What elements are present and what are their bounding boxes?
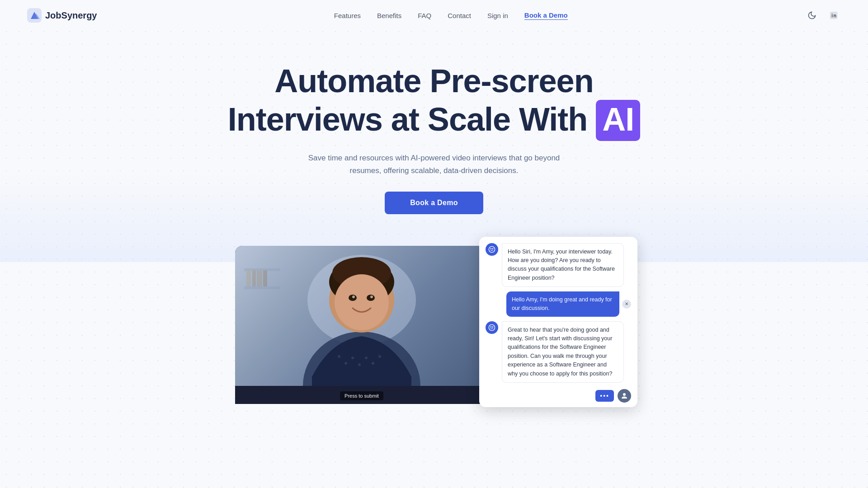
- navbar: JobSynergy Features Benefits FAQ Contact…: [0, 0, 868, 31]
- ai-message-1: Hello Siri, I'm Amy, your interviewer to…: [486, 243, 631, 287]
- svg-point-20: [370, 296, 373, 298]
- video-bg: [235, 246, 488, 386]
- logo-text: JobSynergy: [45, 10, 97, 21]
- svg-point-31: [491, 326, 492, 328]
- hero-title-line2: Interviews at Scale With AI: [9, 100, 859, 141]
- ai-message-2: Great to hear that you're doing good and…: [486, 321, 631, 383]
- svg-point-14: [365, 357, 368, 359]
- svg-point-33: [623, 393, 626, 396]
- svg-rect-23: [246, 270, 251, 286]
- hero-section: Automate Pre-screen Interviews at Scale …: [0, 31, 868, 232]
- svg-point-12: [351, 357, 354, 359]
- svg-point-13: [358, 363, 361, 366]
- bg-shelf: [240, 250, 330, 332]
- logo[interactable]: JobSynergy: [27, 8, 97, 23]
- svg-rect-3: [830, 12, 838, 19]
- nav-contact[interactable]: Contact: [448, 12, 471, 19]
- svg-point-32: [492, 326, 494, 328]
- user-icon: [620, 392, 628, 400]
- dark-mode-toggle[interactable]: [805, 8, 819, 23]
- nav-features[interactable]: Features: [334, 12, 361, 19]
- nav-book-demo[interactable]: Book a Demo: [524, 11, 568, 20]
- svg-rect-24: [252, 270, 256, 286]
- svg-rect-22: [244, 286, 280, 289]
- svg-point-9: [335, 274, 389, 330]
- close-button[interactable]: ✕: [622, 300, 631, 309]
- ai-avatar-1: [486, 243, 498, 256]
- nav-actions: [805, 8, 841, 23]
- ai-badge: AI: [596, 100, 640, 141]
- svg-point-16: [378, 355, 381, 358]
- svg-point-11: [344, 362, 347, 365]
- svg-rect-25: [257, 270, 262, 286]
- svg-point-19: [352, 296, 355, 298]
- chat-typing-indicator: •••: [595, 390, 614, 402]
- svg-rect-26: [263, 270, 267, 286]
- svg-point-27: [489, 246, 495, 252]
- user-bubble: Hello Amy, I'm doing great and ready for…: [506, 291, 619, 317]
- hero-title: Automate Pre-screen Interviews at Scale …: [9, 62, 859, 141]
- linkedin-icon: [829, 11, 838, 20]
- nav-faq[interactable]: FAQ: [418, 12, 431, 19]
- hero-cta-button[interactable]: Book a Demo: [385, 192, 483, 214]
- svg-point-10: [338, 355, 340, 358]
- nav-benefits[interactable]: Benefits: [377, 12, 401, 19]
- press-hint: Press to submit: [340, 391, 383, 400]
- svg-point-29: [492, 248, 494, 249]
- hero-subtitle: Save time and resources with AI-powered …: [307, 152, 561, 177]
- svg-point-15: [372, 362, 374, 365]
- bot-icon: [488, 246, 495, 253]
- svg-point-28: [491, 248, 492, 249]
- demo-section: Press to submit Hell: [0, 232, 868, 404]
- chat-overlay: Hello Siri, I'm Amy, your interviewer to…: [479, 237, 637, 407]
- user-message: Hello Amy, I'm doing great and ready for…: [486, 291, 631, 317]
- user-avatar: [618, 389, 631, 403]
- chat-input-bar: •••: [486, 387, 631, 403]
- nav-signin[interactable]: Sign in: [487, 12, 508, 19]
- nav-links: Features Benefits FAQ Contact Sign in Bo…: [334, 11, 568, 20]
- svg-point-30: [489, 324, 495, 330]
- moon-icon: [807, 11, 816, 20]
- ai-bubble-2: Great to hear that you're doing good and…: [502, 321, 624, 383]
- linkedin-button[interactable]: [826, 8, 841, 23]
- video-panel: Press to submit: [235, 246, 488, 404]
- bot-icon-2: [488, 324, 495, 331]
- chat-panel: Hello Siri, I'm Amy, your interviewer to…: [488, 246, 633, 404]
- ai-avatar-2: [486, 321, 498, 334]
- ai-bubble-1: Hello Siri, I'm Amy, your interviewer to…: [502, 243, 624, 287]
- demo-container: Press to submit Hell: [235, 246, 633, 404]
- hero-cta-wrapper: Book a Demo: [385, 192, 483, 214]
- logo-icon: [27, 8, 42, 23]
